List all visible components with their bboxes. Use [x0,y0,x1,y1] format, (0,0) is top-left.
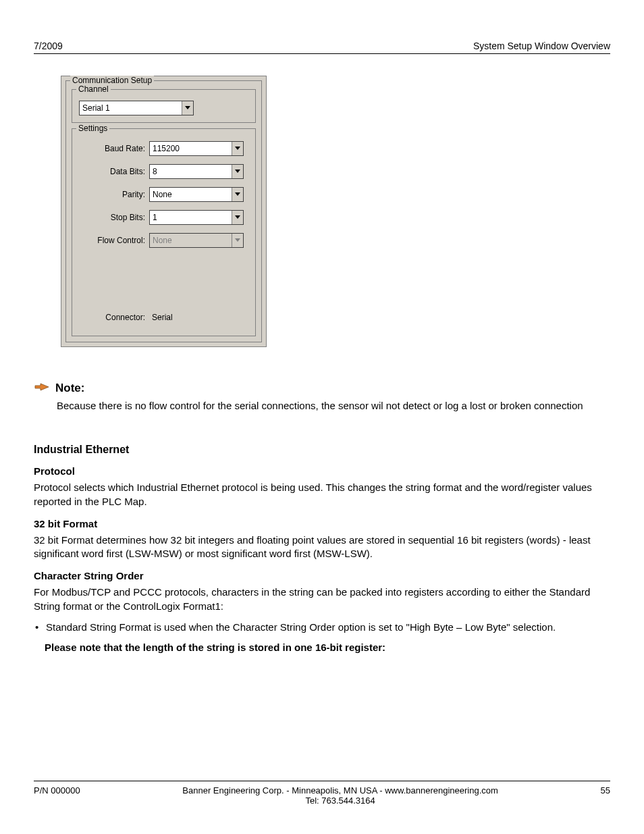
note-block: Note: Because there is no flow control f… [34,381,610,413]
protocol-heading: Protocol [34,465,610,477]
parity-select[interactable]: None [149,187,244,202]
header-title: System Setup Window Overview [473,41,610,51]
communication-setup-legend: Communication Setup [70,76,154,85]
bullet-dot: • [34,620,46,635]
bullet-text: Standard String Format is used when the … [46,620,610,635]
data-bits-label: Data Bits: [76,167,149,176]
footer-tel: Tel: 763.544.3164 [305,796,375,806]
dropdown-icon [232,234,243,247]
cso-paragraph: For Modbus/TCP and PCCC protocols, chara… [34,585,610,613]
protocol-paragraph: Protocol selects which Industrial Ethern… [34,481,610,509]
dropdown-icon[interactable] [182,101,193,115]
dropdown-icon[interactable] [232,211,243,224]
flow-control-label: Flow Control: [76,236,149,245]
data-bits-select[interactable]: 8 [149,164,244,179]
settings-fieldset: Settings Baud Rate: 115200 Data Bits: 8 [72,128,256,336]
channel-value: Serial 1 [80,101,182,115]
format-paragraph: 32 bit Format determines how 32 bit inte… [34,533,610,561]
settings-legend: Settings [76,124,109,133]
flow-control-value: None [150,234,232,247]
dropdown-icon[interactable] [232,142,243,155]
page-footer: P/N 000000 Banner Engineering Corp. - Mi… [34,781,610,806]
channel-fieldset: Channel Serial 1 [72,89,256,123]
stop-bits-select[interactable]: 1 [149,210,244,225]
page-header: 7/2009 System Setup Window Overview [34,41,610,54]
data-bits-value: 8 [150,165,232,178]
format-heading: 32 bit Format [34,518,610,529]
communication-setup-dialog: Communication Setup Channel Serial 1 Set… [61,76,267,347]
industrial-ethernet-heading: Industrial Ethernet [34,444,610,456]
connector-value: Serial [149,313,173,322]
baud-rate-select[interactable]: 115200 [149,141,244,156]
channel-select[interactable]: Serial 1 [79,101,194,115]
channel-legend: Channel [76,84,111,94]
parity-label: Parity: [76,190,149,199]
cso-heading: Character String Order [34,570,610,581]
baud-rate-label: Baud Rate: [76,144,149,153]
header-date: 7/2009 [34,41,63,51]
footer-pn: P/N 000000 [34,785,80,796]
bold-note: Please note that the length of the strin… [45,642,610,653]
footer-page-number: 55 [601,785,610,796]
flow-control-select: None [149,233,244,248]
baud-rate-value: 115200 [150,142,232,155]
stop-bits-value: 1 [150,211,232,224]
dropdown-icon[interactable] [232,165,243,178]
bullet-item: • Standard String Format is used when th… [34,620,610,635]
connector-label: Connector: [76,313,149,322]
note-title: Note: [55,382,84,395]
dropdown-icon[interactable] [232,188,243,201]
parity-value: None [150,188,232,201]
note-body: Because there is no flow control for the… [57,399,610,413]
pointing-hand-icon [34,381,50,395]
footer-company: Banner Engineering Corp. - Minneapolis, … [182,785,498,796]
stop-bits-label: Stop Bits: [76,213,149,222]
communication-setup-fieldset: Communication Setup Channel Serial 1 Set… [65,80,262,342]
